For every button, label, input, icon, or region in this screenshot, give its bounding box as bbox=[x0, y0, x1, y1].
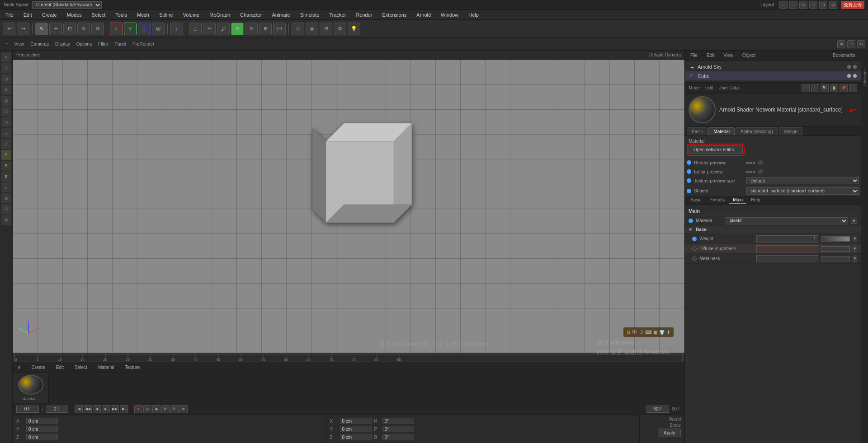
sb-rotate[interactable]: ↻ bbox=[1, 85, 11, 95]
sb-t3[interactable]: ◻ bbox=[1, 117, 11, 127]
rz-input[interactable] bbox=[340, 434, 372, 440]
tb-layout[interactable]: ⊟ bbox=[320, 23, 332, 35]
weight-radio[interactable] bbox=[692, 237, 697, 241]
x-pos-input[interactable] bbox=[26, 418, 58, 424]
sb-t8[interactable]: $ bbox=[1, 172, 11, 182]
tb-bend[interactable]: ⊙ bbox=[245, 23, 258, 35]
menu-spline[interactable]: Spline bbox=[157, 11, 175, 19]
auto-key-btn[interactable]: ◎ bbox=[143, 405, 151, 413]
menu-extensions[interactable]: Extensions bbox=[380, 11, 408, 19]
diffuse-roughness-slider[interactable] bbox=[821, 246, 850, 252]
btb-hamburger[interactable]: ≡ bbox=[15, 364, 24, 371]
tb-settings[interactable]: ⚙ bbox=[334, 23, 346, 35]
render-preview-radio[interactable] bbox=[687, 160, 691, 165]
sb-select[interactable]: ↖ bbox=[1, 52, 11, 62]
sky-dot-1[interactable] bbox=[847, 65, 851, 69]
transform-tool[interactable]: ⟳ bbox=[91, 23, 104, 35]
frame-current-input[interactable] bbox=[46, 406, 68, 413]
tb-mirror[interactable]: |⊣ bbox=[273, 23, 286, 35]
btb-create[interactable]: Create bbox=[29, 364, 48, 371]
nav-btn-6[interactable]: ⊞ bbox=[829, 1, 837, 9]
menu-select[interactable]: Select bbox=[90, 11, 108, 19]
weight-slider[interactable] bbox=[821, 236, 850, 242]
h-input[interactable] bbox=[382, 418, 414, 424]
next-btn[interactable]: ▶▶ bbox=[111, 405, 119, 413]
obj-cube[interactable]: □ Cube bbox=[685, 71, 861, 80]
rx-input[interactable] bbox=[340, 418, 372, 424]
diffuse-roughness-input[interactable] bbox=[756, 245, 818, 252]
diffuse-roughness-radio[interactable] bbox=[692, 247, 697, 251]
tb2-cameras[interactable]: Cameras bbox=[28, 41, 52, 47]
menu-character[interactable]: Character bbox=[238, 11, 264, 19]
btb-edit[interactable]: Edit bbox=[53, 364, 66, 371]
tb-scene[interactable]: ⊞ bbox=[231, 23, 244, 35]
texture-preview-radio[interactable] bbox=[687, 178, 691, 183]
tb2-panel[interactable]: Panel bbox=[112, 41, 129, 47]
tb-cube[interactable]: □ bbox=[189, 23, 202, 35]
attr-more[interactable]: ⋮ bbox=[849, 84, 857, 92]
material-prop-radio[interactable] bbox=[689, 219, 693, 223]
sb-t1[interactable]: ◎ bbox=[1, 96, 11, 106]
frame-end-input[interactable] bbox=[646, 406, 669, 413]
tb-pen[interactable]: ✏ bbox=[203, 23, 216, 35]
attr-mode[interactable]: Mode bbox=[689, 85, 700, 90]
mix-btn[interactable]: ⊕ bbox=[179, 405, 188, 413]
tb-snap[interactable]: ◇ bbox=[292, 23, 304, 35]
nav-btn-2[interactable]: → bbox=[789, 1, 797, 9]
key-btn[interactable]: ◆ bbox=[152, 405, 160, 413]
menu-help[interactable]: Help bbox=[467, 11, 481, 19]
sky-dot-2[interactable] bbox=[853, 65, 857, 69]
omgr-bookmarks[interactable]: Bookmarks bbox=[831, 52, 857, 59]
btb-select[interactable]: Select bbox=[72, 364, 90, 371]
nav-btn-4[interactable]: □ bbox=[809, 1, 817, 9]
tb2-prorender[interactable]: ProRender bbox=[130, 41, 157, 47]
metalness-slider[interactable] bbox=[821, 256, 850, 261]
rotate-tool[interactable]: ↻ bbox=[77, 23, 90, 35]
sb-move[interactable]: ✛ bbox=[1, 63, 11, 73]
world-btn[interactable]: W bbox=[152, 23, 165, 35]
ry-input[interactable] bbox=[340, 426, 372, 432]
st-help[interactable]: Help bbox=[747, 196, 764, 204]
menu-tracker[interactable]: Tracker bbox=[328, 11, 348, 19]
b-input[interactable] bbox=[382, 434, 414, 440]
attr-nav-fwd[interactable]: → bbox=[811, 84, 819, 92]
prev-frame-btn[interactable]: ◀◀ bbox=[84, 405, 92, 413]
select-tool[interactable]: ↖ bbox=[35, 23, 48, 35]
material-arrow[interactable]: ▼ bbox=[851, 218, 857, 224]
attr-edit[interactable]: Edit bbox=[705, 85, 713, 90]
tb2-filter[interactable]: Filter bbox=[95, 41, 111, 47]
tab-material[interactable]: Material bbox=[708, 127, 735, 135]
node-space-select[interactable]: Current (Standard/Physical) bbox=[32, 1, 102, 9]
p-input[interactable] bbox=[382, 426, 414, 432]
tb-sculpt[interactable]: ◈ bbox=[306, 23, 318, 35]
scale-tool[interactable]: ⊡ bbox=[63, 23, 76, 35]
menu-window[interactable]: Window bbox=[439, 11, 460, 19]
menu-simulate[interactable]: Simulate bbox=[298, 11, 321, 19]
redo-btn[interactable]: ↪ bbox=[17, 23, 29, 35]
obj-arnold-sky[interactable]: ☁ Arnold Sky bbox=[685, 62, 861, 71]
prev-btn[interactable]: ◀ bbox=[93, 405, 101, 413]
menu-edit[interactable]: Edit bbox=[22, 11, 34, 19]
sb-t12[interactable]: ⊗ bbox=[1, 215, 11, 225]
cube-dot-1[interactable] bbox=[847, 74, 851, 78]
viewport-icon-2[interactable]: □ bbox=[847, 40, 855, 48]
record-btn[interactable]: ● bbox=[134, 405, 142, 413]
editor-preview-radio[interactable] bbox=[687, 169, 691, 174]
metalness-input[interactable] bbox=[756, 255, 818, 262]
btb-material[interactable]: Material bbox=[95, 364, 117, 371]
st-main[interactable]: Main bbox=[729, 196, 746, 204]
tab-alpha[interactable]: Alpha (stacking) bbox=[736, 127, 778, 135]
sb-t5[interactable]: ╱ bbox=[1, 139, 11, 149]
nav-btn-1[interactable]: ← bbox=[779, 1, 788, 9]
omgr-file[interactable]: File bbox=[689, 52, 699, 59]
attr-nav-back[interactable]: ← bbox=[802, 84, 810, 92]
tb2-view[interactable]: View bbox=[12, 41, 27, 47]
menu-file[interactable]: File bbox=[4, 11, 15, 19]
texture-preview-select[interactable]: Default bbox=[746, 177, 859, 184]
sb-t7[interactable]: $ bbox=[1, 161, 11, 171]
menu-animate[interactable]: Animate bbox=[270, 11, 292, 19]
undo-btn[interactable]: ↩ bbox=[3, 23, 15, 35]
st-presets[interactable]: Presets bbox=[706, 196, 728, 204]
metalness-arrow[interactable]: ▼ bbox=[853, 256, 857, 262]
y-pos-input[interactable] bbox=[26, 426, 58, 432]
